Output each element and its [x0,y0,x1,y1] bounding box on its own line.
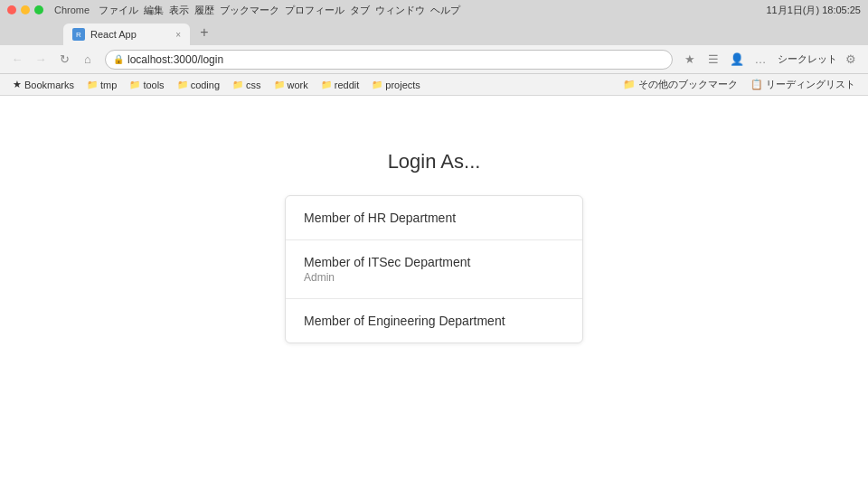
profile-button[interactable]: 👤 [727,50,747,70]
bookmark-tmp-label: tmp [100,80,117,90]
login-option-engineering-title: Member of Engineering Department [304,314,564,328]
lock-icon: 🔒 [113,54,124,64]
bookmarks-right: 📁 その他のブックマーク 📋 リーディングリスト [618,76,861,93]
bookmark-css-label: css [246,80,261,90]
reading-list[interactable]: 📋 リーディングリスト [745,76,861,93]
maximize-button[interactable] [34,5,43,14]
other-bookmarks[interactable]: 📁 その他のブックマーク [618,76,743,93]
title-bar-left: Chrome ファイル 編集 表示 履歴 ブックマーク プロフィール タブ ウィ… [7,4,460,17]
tab-title-label: React App [90,29,170,40]
bookmark-tools[interactable]: 📁 tools [124,78,169,92]
bookmark-work-label: work [288,80,308,90]
forward-button[interactable]: → [31,50,51,70]
login-option-hr-title: Member of HR Department [304,211,564,225]
menu-file[interactable]: ファイル [99,4,138,17]
folder-icon: 📁 [87,80,98,89]
folder-icon: 📁 [177,80,188,89]
folder-icon: 📁 [232,80,243,89]
login-option-engineering[interactable]: Member of Engineering Department [286,299,582,343]
login-option-hr[interactable]: Member of HR Department [286,196,582,240]
other-bookmarks-label: その他のブックマーク [638,78,738,91]
login-option-itsec[interactable]: Member of ITSec Department Admin [286,240,582,299]
bookmarks-text: Bookmarks [24,80,74,90]
extensions-button[interactable]: ⚙ [841,50,861,70]
address-text: localhost:3000/login [127,53,665,66]
address-bar[interactable]: 🔒 localhost:3000/login [105,50,673,70]
login-options-list: Member of HR Department Member of ITSec … [285,195,583,343]
nav-bar: ← → ↻ ⌂ 🔒 localhost:3000/login ★ ☰ 👤 … シ… [0,45,868,74]
menu-bookmarks[interactable]: ブックマーク [220,4,279,17]
browser-chrome: Chrome ファイル 編集 表示 履歴 ブックマーク プロフィール タブ ウィ… [0,0,868,96]
datetime-label: 11月1日(月) 18:05:25 [766,4,861,17]
new-tab-button[interactable]: + [193,22,215,43]
bookmark-coding[interactable]: 📁 coding [172,78,225,92]
menu-view[interactable]: 表示 [169,4,189,17]
bookmark-projects[interactable]: 📁 projects [366,78,426,92]
minimize-button[interactable] [21,5,30,14]
login-option-itsec-subtitle: Admin [304,271,564,284]
menu-tab[interactable]: タブ [350,4,370,17]
bookmark-tmp[interactable]: 📁 tmp [81,78,122,92]
folder-icon: 📁 [274,80,285,89]
folder-icon: 📁 [129,80,140,89]
folder-icon: 📁 [321,80,332,89]
bookmarks-bar: ★ Bookmarks 📁 tmp 📁 tools 📁 coding 📁 css… [0,74,868,96]
tab-bar: R React App × + [0,20,868,45]
menu-help[interactable]: ヘルプ [430,4,460,17]
bookmark-reddit-label: reddit [335,80,360,90]
bookmark-coding-label: coding [191,80,220,90]
more-menu-button[interactable]: … [750,50,770,70]
home-button[interactable]: ⌂ [78,50,98,70]
back-button[interactable]: ← [7,50,27,70]
bookmark-reddit[interactable]: 📁 reddit [316,78,365,92]
folder-icon: 📁 [372,80,382,89]
reading-list-icon: 📋 [750,79,763,90]
bookmark-star-button[interactable]: ★ [680,50,700,70]
close-button[interactable] [7,5,16,14]
menu-profile[interactable]: プロフィール [285,4,344,17]
traffic-lights [7,5,43,14]
bookmark-css[interactable]: 📁 css [227,78,267,92]
tab-favicon: R [72,28,85,41]
menu-history[interactable]: 履歴 [194,4,214,17]
menu-edit[interactable]: 編集 [144,4,164,17]
secret-mode-label: シークレット [778,52,837,66]
folder-icon: 📁 [623,79,636,90]
nav-right: ★ ☰ 👤 … シークレット ⚙ [680,50,861,70]
bookmarks-icon: ★ [13,79,22,90]
bookmark-tools-label: tools [143,80,164,90]
bookmark-projects-label: projects [385,80,420,90]
title-bar-right: 11月1日(月) 18:05:25 [766,4,861,17]
menu-window[interactable]: ウィンドウ [375,4,425,17]
bookmark-work[interactable]: 📁 work [269,78,314,92]
title-bar: Chrome ファイル 編集 表示 履歴 ブックマーク プロフィール タブ ウィ… [0,0,868,20]
bookmarks-label: ★ Bookmarks [7,77,80,92]
app-name-label: Chrome [54,5,90,15]
reader-view-button[interactable]: ☰ [703,50,723,70]
reload-button[interactable]: ↻ [54,50,74,70]
active-tab[interactable]: R React App × [63,23,190,45]
page-title: Login As... [388,150,481,174]
login-option-itsec-title: Member of ITSec Department [304,255,564,269]
tab-close-button[interactable]: × [175,30,181,40]
page-content: Login As... Member of HR Department Memb… [0,96,868,488]
reading-list-label: リーディングリスト [766,78,855,91]
